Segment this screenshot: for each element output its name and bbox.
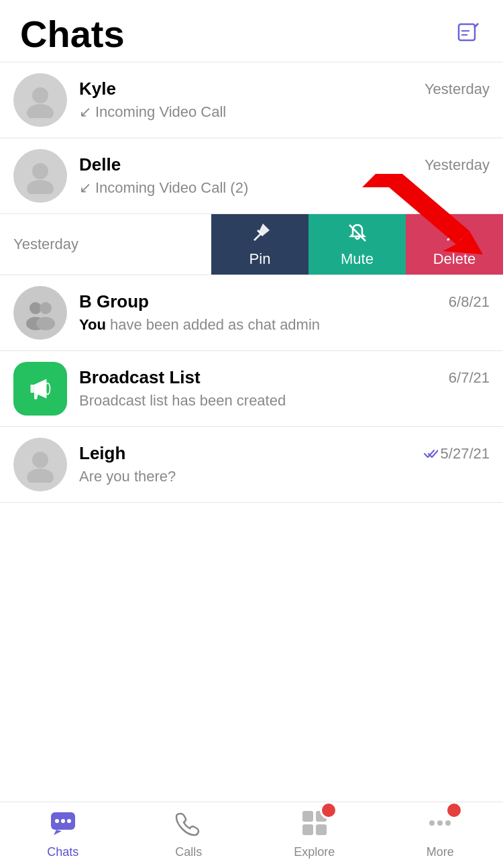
svg-point-24 [67, 819, 71, 823]
chat-item-kyle[interactable]: Kyle Yesterday ↙ Incoming Video Call [0, 62, 503, 138]
chat-item-delle[interactable]: Delle Yesterday ↙ Incoming Video Call (2… [0, 138, 503, 214]
chat-item-broadcast[interactable]: Broadcast List 6/7/21 Broadcast list has… [0, 351, 503, 427]
more-icon-wrap [421, 804, 459, 842]
nav-label-explore: Explore [294, 845, 335, 859]
chat-preview-delle: ↙ Incoming Video Call (2) [79, 179, 490, 197]
page-title: Chats [20, 13, 125, 55]
swipe-actions-container: Yesterday Pin [0, 214, 503, 275]
svg-rect-0 [459, 24, 475, 40]
svg-point-5 [32, 163, 48, 179]
avatar-broadcast [13, 362, 67, 416]
svg-point-4 [27, 104, 54, 118]
chat-preview-suffix: have been added as chat admin [110, 316, 320, 334]
chat-preview-bgroup: You have been added as chat admin [79, 316, 490, 334]
svg-point-3 [32, 87, 48, 103]
avatar-leigh [13, 438, 67, 491]
chat-name-leigh: Leigh [79, 443, 125, 464]
incoming-arrow-icon-delle: ↙ [79, 179, 91, 197]
svg-point-30 [437, 820, 443, 826]
explore-badge [320, 802, 337, 819]
delete-button[interactable]: Delete [406, 214, 503, 275]
svg-point-6 [27, 180, 54, 194]
swipe-row: Yesterday Pin [0, 214, 503, 275]
mute-button[interactable]: Mute [309, 214, 406, 275]
chat-preview-broadcast: Broadcast list has been created [79, 392, 490, 409]
svg-line-18 [36, 393, 38, 399]
svg-point-15 [36, 317, 55, 330]
mute-label: Mute [341, 250, 374, 268]
chat-name-bgroup: B Group [79, 291, 149, 312]
chat-time-leigh: 5/27/21 [423, 445, 490, 463]
pin-button[interactable]: Pin [211, 214, 309, 275]
incoming-arrow-icon: ↙ [79, 103, 91, 121]
chat-content-leigh: Leigh 5/27/21 Are you there? [79, 443, 490, 485]
nav-label-chats: Chats [47, 845, 78, 859]
chat-name-broadcast: Broadcast List [79, 367, 201, 388]
chat-name-kyle: Kyle [79, 79, 116, 99]
svg-point-29 [429, 820, 435, 826]
chat-time-delle: Yesterday [425, 156, 490, 174]
chat-item-bgroup[interactable]: B Group 6/8/21 You have been added as ch… [0, 275, 503, 351]
svg-rect-27 [302, 824, 313, 835]
svg-rect-25 [302, 811, 313, 822]
chat-item-leigh[interactable]: Leigh 5/27/21 Are you there? [0, 427, 503, 503]
chat-preview-leigh: Are you there? [79, 468, 490, 485]
chat-content-kyle: Kyle Yesterday ↙ Incoming Video Call [79, 79, 490, 121]
chat-time-bgroup: 6/8/21 [449, 293, 490, 311]
nav-item-explore[interactable]: Explore [261, 804, 368, 859]
avatar-bgroup [13, 286, 67, 340]
svg-point-31 [445, 820, 451, 826]
svg-point-22 [55, 819, 59, 823]
nav-item-calls[interactable]: Calls [135, 804, 242, 859]
pin-label: Pin [249, 250, 271, 268]
swipe-left-time: Yesterday [0, 214, 92, 275]
chat-content-broadcast: Broadcast List 6/7/21 Broadcast list has… [79, 367, 490, 409]
chat-list: Kyle Yesterday ↙ Incoming Video Call Del… [0, 62, 503, 503]
nav-item-more[interactable]: More [386, 804, 494, 859]
chats-icon-wrap [44, 804, 82, 842]
explore-icon-wrap [296, 804, 333, 842]
calls-icon-wrap [170, 804, 207, 842]
chat-time-kyle: Yesterday [425, 81, 490, 98]
svg-point-19 [32, 452, 48, 468]
header: Chats [0, 0, 503, 62]
chat-content-bgroup: B Group 6/8/21 You have been added as ch… [79, 291, 490, 334]
avatar-delle [13, 149, 67, 203]
avatar-kyle [13, 73, 67, 127]
svg-point-13 [40, 302, 52, 314]
delete-label: Delete [433, 250, 476, 268]
more-badge [445, 802, 463, 819]
nav-label-calls: Calls [175, 845, 202, 859]
chat-preview-kyle: ↙ Incoming Video Call [79, 103, 490, 121]
nav-item-chats[interactable]: Chats [9, 804, 117, 859]
svg-point-20 [27, 469, 54, 483]
chat-name-delle: Delle [79, 154, 121, 175]
swipe-buttons: Pin Mute Delete [211, 214, 503, 275]
chat-preview-bold: You [79, 316, 106, 334]
chat-content-delle: Delle Yesterday ↙ Incoming Video Call (2… [79, 154, 490, 197]
compose-button[interactable] [453, 19, 483, 48]
nav-label-more: More [427, 845, 454, 859]
svg-rect-28 [316, 824, 327, 835]
chat-time-broadcast: 6/7/21 [449, 369, 490, 387]
svg-point-23 [61, 819, 65, 823]
bottom-nav: Chats Calls Explore [0, 802, 503, 868]
